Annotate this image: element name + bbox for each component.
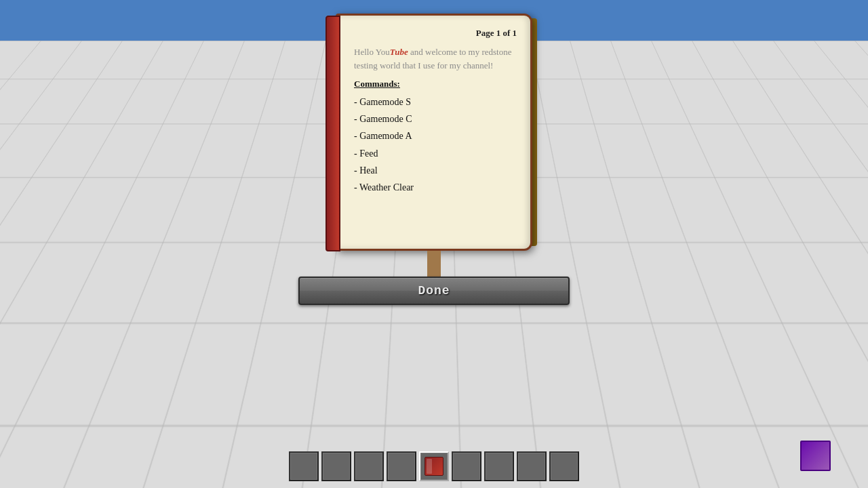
hotbar-slot-5-active[interactable]: [419, 451, 449, 481]
done-button-wrapper: Done: [298, 277, 570, 305]
command-item: Weather Clear: [354, 179, 517, 196]
book: Page 1 of 1 Hello YouTube and welcome to…: [336, 14, 532, 251]
command-item: Gamemode C: [354, 110, 517, 127]
command-list: Gamemode S Gamemode C Gamemode A Feed He…: [354, 94, 517, 196]
book-page: Page 1 of 1 Hello YouTube and welcome to…: [338, 16, 530, 249]
hotbar: [289, 451, 579, 481]
book-item-icon: [425, 457, 443, 476]
intro-prefix: Hello You: [354, 47, 390, 57]
purple-block-icon: [800, 441, 831, 471]
book-on-lectern: Page 1 of 1 Hello YouTube and welcome to…: [336, 14, 532, 283]
hotbar-slot-6[interactable]: [452, 451, 481, 481]
hotbar-slot-2[interactable]: [321, 451, 351, 481]
command-item: Gamemode A: [354, 127, 517, 144]
hotbar-slot-4[interactable]: [387, 451, 416, 481]
done-button[interactable]: Done: [298, 277, 570, 305]
command-item: Feed: [354, 145, 517, 162]
hotbar-slot-8[interactable]: [517, 451, 547, 481]
book-intro: Hello YouTube and welcome to my redstone…: [354, 45, 517, 72]
lectern-post: [427, 251, 441, 278]
command-item: Gamemode S: [354, 94, 517, 110]
command-item: Heal: [354, 162, 517, 179]
hotbar-slot-1[interactable]: [289, 451, 319, 481]
page-number: Page 1 of 1: [354, 28, 517, 39]
corner-item: [800, 441, 841, 481]
commands-header: Commands:: [354, 79, 517, 89]
hotbar-slot-9[interactable]: [549, 451, 579, 481]
hotbar-slot-3[interactable]: [354, 451, 384, 481]
hotbar-slot-7[interactable]: [484, 451, 514, 481]
intro-highlight: Tube: [390, 47, 408, 57]
